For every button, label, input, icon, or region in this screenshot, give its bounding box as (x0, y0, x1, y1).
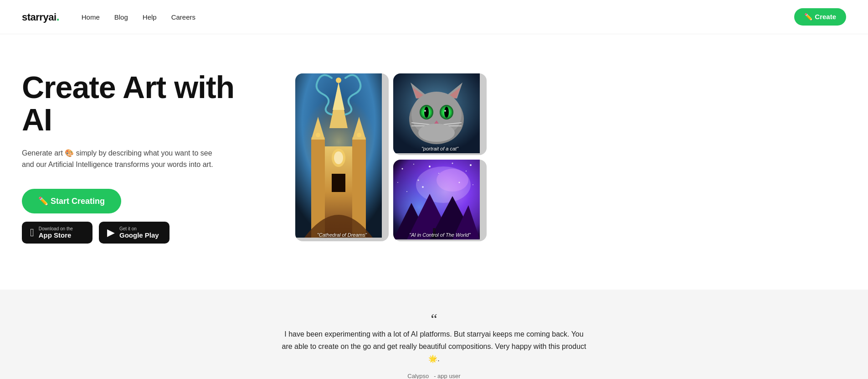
testimonial-section: “ I have been experimenting with a lot o… (0, 290, 868, 379)
art-card-cat: "portrait of a cat" (393, 73, 487, 155)
googleplay-button[interactable]: ▶ Get it on Google Play (99, 222, 169, 244)
store-buttons:  Download on the App Store ▶ Get it on … (22, 222, 169, 244)
svg-point-37 (413, 164, 414, 165)
art-card-galaxy-label: "AI in Control of The World" (393, 232, 487, 238)
svg-point-27 (444, 110, 446, 112)
hero-buttons: ✏️ Start Creating  Download on the App … (22, 189, 259, 244)
hero-title: Create Art with AI (22, 71, 259, 136)
start-creating-button[interactable]: ✏️ Start Creating (22, 189, 121, 213)
hero-images: "Cathedral of Dreams" (295, 73, 487, 241)
navbar: starryai . Home Blog Help Careers ✏️ Cre… (0, 0, 868, 34)
art-card-cat-label: "portrait of a cat" (393, 146, 487, 151)
hero-description: Generate art 🎨 simply by describing what… (22, 147, 213, 171)
svg-point-13 (357, 133, 361, 137)
appstore-name: App Store (39, 231, 73, 239)
svg-point-41 (470, 164, 472, 166)
svg-point-26 (424, 110, 426, 112)
cat-art (393, 73, 480, 153)
hero-content: Create Art with AI Generate art 🎨 simply… (22, 71, 259, 244)
testimonial-author: Calypso_ - app user (9, 373, 859, 379)
nav-link-blog[interactable]: Blog (114, 13, 128, 21)
logo-dot: . (56, 10, 60, 22)
nav-link-home[interactable]: Home (82, 13, 100, 21)
svg-point-33 (418, 124, 455, 142)
googleplay-sub: Get it on (119, 226, 159, 231)
googleplay-icon: ▶ (107, 227, 115, 239)
art-card-cathedral: "Cathedral of Dreams" (295, 73, 389, 241)
testimonial-text: I have been experimenting with a lot of … (279, 328, 589, 365)
svg-point-36 (402, 168, 403, 170)
art-card-galaxy: "AI in Control of The World" (393, 160, 487, 241)
svg-point-39 (452, 163, 453, 164)
galaxy-art (393, 160, 480, 239)
appstore-button[interactable]:  Download on the App Store (22, 222, 92, 244)
googleplay-text: Get it on Google Play (119, 226, 159, 239)
logo-text: starryai (22, 11, 56, 23)
hero-section: Create Art with AI Generate art 🎨 simply… (0, 34, 868, 290)
nav-link-help[interactable]: Help (143, 13, 157, 21)
svg-point-10 (334, 151, 343, 164)
googleplay-name: Google Play (119, 231, 159, 239)
svg-point-25 (444, 107, 449, 118)
appstore-text: Download on the App Store (39, 226, 73, 239)
svg-point-12 (316, 133, 320, 137)
cathedral-art (295, 73, 382, 238)
svg-point-24 (424, 107, 429, 118)
svg-rect-11 (332, 174, 345, 192)
svg-point-47 (406, 191, 407, 192)
nav-create-button[interactable]: ✏️ Create (794, 8, 846, 26)
svg-point-46 (473, 184, 473, 185)
nav-links: Home Blog Help Careers (82, 13, 794, 21)
nav-link-careers[interactable]: Careers (171, 13, 195, 21)
svg-point-50 (437, 169, 468, 192)
nav-logo: starryai . (22, 10, 60, 23)
art-card-cathedral-label: "Cathedral of Dreams" (295, 232, 389, 238)
apple-icon:  (30, 226, 34, 239)
svg-point-42 (397, 182, 398, 183)
svg-point-14 (336, 78, 341, 83)
quote-open: “ (9, 312, 859, 326)
appstore-sub: Download on the (39, 226, 73, 231)
svg-point-38 (429, 166, 431, 167)
svg-point-40 (466, 171, 467, 171)
